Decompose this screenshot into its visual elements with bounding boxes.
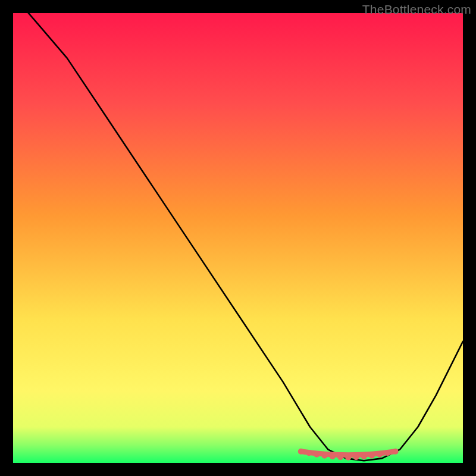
svg-point-4 bbox=[322, 453, 328, 459]
plot-area bbox=[13, 13, 463, 463]
svg-point-5 bbox=[330, 453, 336, 459]
svg-point-12 bbox=[384, 450, 390, 456]
bottleneck-curve bbox=[13, 13, 463, 461]
curve-layer bbox=[13, 13, 463, 463]
svg-point-7 bbox=[345, 455, 351, 461]
svg-point-6 bbox=[337, 454, 343, 460]
chart-container: TheBottleneck.com bbox=[0, 0, 476, 476]
svg-point-11 bbox=[377, 452, 383, 458]
svg-point-3 bbox=[314, 452, 320, 458]
svg-point-10 bbox=[369, 453, 375, 459]
svg-point-13 bbox=[393, 449, 399, 455]
watermark-text: TheBottleneck.com bbox=[362, 2, 471, 17]
svg-point-2 bbox=[306, 450, 312, 456]
svg-point-8 bbox=[353, 454, 359, 460]
plateau-marker bbox=[298, 449, 399, 461]
svg-point-1 bbox=[298, 449, 304, 455]
svg-point-9 bbox=[361, 453, 367, 459]
